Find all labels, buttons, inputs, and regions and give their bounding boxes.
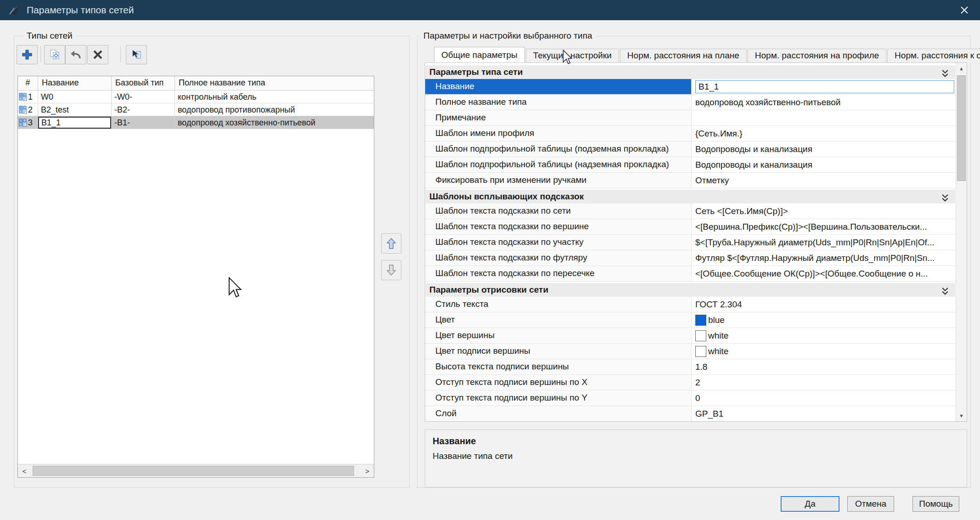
add-type-button[interactable] — [17, 45, 38, 64]
help-button[interactable]: Помощь — [912, 496, 959, 512]
property-value[interactable]: $<[Труба.Наружный диаметр(Uds_mm|P0|Rn|S… — [692, 235, 956, 250]
property-value[interactable]: <[Вершина.Префикс(Ср)]><[Вершина.Пользов… — [692, 219, 956, 234]
horizontal-scrollbar[interactable]: < > — [18, 464, 374, 477]
tab-норм-расстояния-на-профиле[interactable]: Норм. расстояния на профиле — [748, 49, 886, 62]
move-down-button[interactable] — [381, 260, 401, 280]
selected-type-group-title: Параметры и настройки выбранного типа — [420, 30, 596, 41]
property-value[interactable]: Футляр $<[Футляр.Наружный диаметр(Uds_mm… — [692, 250, 956, 266]
table-rows: 1W0-W0-контрольный кабель2B2_test-B2-вод… — [18, 90, 374, 129]
collapse-double-chevron-icon[interactable] — [941, 192, 950, 206]
duplicate-type-button[interactable] — [44, 45, 65, 64]
scroll-left-icon[interactable]: < — [18, 464, 31, 477]
cancel-button[interactable]: Отмена — [847, 496, 894, 512]
property-value[interactable]: Водопроводы и канализация — [692, 141, 956, 157]
property-row[interactable]: Отступ текста подписи вершины по X2 — [425, 375, 956, 390]
property-value[interactable]: 1.8 — [692, 359, 956, 374]
property-row[interactable]: Шаблон подпрофильной таблицы (надземная … — [425, 157, 956, 173]
scroll-up-icon[interactable]: ▲ — [956, 63, 967, 74]
scrollbar-thumb[interactable] — [957, 75, 966, 181]
property-row[interactable]: Примечание — [425, 110, 956, 126]
vertical-scrollbar[interactable]: ▲ ▼ — [956, 63, 967, 421]
column-header-num[interactable]: # — [18, 76, 38, 90]
property-row[interactable]: НазваниеB1_1 — [425, 79, 956, 95]
move-down-arrow-icon — [386, 264, 396, 276]
property-row[interactable]: Фиксировать при изменении ручкамиОтметку — [425, 173, 956, 188]
tab-текущие-настройки[interactable]: Текущие настройки — [526, 49, 619, 62]
delete-type-button[interactable] — [87, 45, 108, 64]
scroll-right-icon[interactable]: > — [361, 464, 374, 477]
import-types-icon — [130, 49, 142, 61]
property-value[interactable]: blue — [692, 312, 956, 328]
tab-норм-расстояния-на-плане[interactable]: Норм. расстояния на плане — [620, 49, 747, 62]
row-name-cell[interactable]: B2_test — [38, 103, 112, 116]
property-value[interactable]: Отметку — [692, 173, 956, 188]
row-full-name-cell: водопровод хозяйственно-питьевой — [175, 116, 374, 129]
property-row[interactable]: Шаблон текста подсказки по вершине<[Верш… — [425, 219, 956, 235]
name-edit-input[interactable]: B1_1 — [38, 117, 111, 129]
toolbar-separator — [120, 46, 121, 62]
window-title: Параметры типов сетей — [27, 0, 134, 20]
property-row[interactable]: Отступ текста подписи вершины по Y0 — [425, 390, 956, 406]
delete-cross-icon — [92, 49, 104, 61]
color-swatch — [695, 346, 706, 357]
property-value[interactable]: white — [692, 328, 956, 343]
row-name-cell[interactable]: W0 — [38, 90, 112, 103]
property-row[interactable]: Шаблон текста подсказки по футляруФутляр… — [425, 250, 956, 266]
property-value[interactable]: 2 — [692, 375, 956, 390]
collapse-double-chevron-icon[interactable] — [941, 286, 950, 300]
property-row[interactable]: Шаблон текста подсказки по сетиСеть <[Се… — [425, 203, 956, 219]
close-button[interactable] — [954, 0, 974, 20]
tab-общие-параметры[interactable]: Общие параметры — [434, 47, 525, 62]
column-header-base[interactable]: Базовый тип — [112, 76, 175, 90]
column-header-name[interactable]: Название — [38, 76, 112, 90]
section-header[interactable]: Шаблоны всплывающих подсказок — [426, 190, 955, 203]
undo-button[interactable] — [65, 45, 86, 64]
scroll-down-icon[interactable]: ▼ — [956, 410, 967, 421]
collapse-double-chevron-icon[interactable] — [941, 68, 950, 82]
property-value[interactable]: ГОСТ 2.304 — [692, 297, 956, 312]
property-value[interactable]: GP_B1 — [692, 406, 956, 421]
property-row[interactable]: Полное название типаводопровод хозяйстве… — [425, 95, 956, 110]
property-value[interactable]: white — [692, 344, 956, 359]
collapse-double-chevron-icon — [941, 287, 950, 295]
property-row[interactable]: Шаблон имени профиля{Сеть.Имя.} — [425, 126, 956, 141]
property-row[interactable]: Шаблон текста подсказки по пересечке<[Об… — [425, 266, 956, 282]
property-value-editor[interactable]: B1_1 — [695, 80, 954, 93]
property-label: Полное название типа — [425, 95, 692, 110]
ok-button[interactable]: Да — [781, 496, 839, 512]
table-row[interactable]: 3B1_1-B1-водопровод хозяйственно-питьево… — [18, 116, 374, 129]
property-value[interactable]: <[Общее.Сообщение ОК(Ср)]><[Общее.Сообще… — [692, 266, 956, 281]
import-types-button[interactable] — [126, 45, 147, 64]
property-row[interactable]: Цвет подписи вершиныwhite — [425, 344, 956, 359]
property-value[interactable]: Сеть <[Сеть.Имя(Ср)]> — [692, 203, 956, 219]
property-row[interactable]: Шаблон текста подсказки по участку$<[Тру… — [425, 235, 956, 250]
property-value[interactable]: Водопроводы и канализация — [692, 157, 956, 172]
row-full-name-cell: контрольный кабель — [175, 90, 374, 103]
row-name-cell[interactable]: B1_1 — [38, 116, 112, 129]
property-row[interactable]: Цветblue — [425, 312, 956, 328]
property-value[interactable]: {Сеть.Имя.} — [692, 126, 956, 141]
settings-tabs: Общие параметрыТекущие настройкиНорм. ра… — [434, 47, 980, 62]
property-value[interactable]: 0 — [692, 390, 956, 406]
move-up-button[interactable] — [381, 233, 401, 254]
property-row[interactable]: Стиль текстаГОСТ 2.304 — [425, 297, 956, 312]
property-value[interactable]: водопровод хозяйственно-питьевой — [692, 95, 956, 110]
tab-норм-расстояния-к-объектам[interactable]: Норм. расстояния к объектам — [887, 49, 980, 62]
table-row[interactable]: 2B2_test-B2-водопровод противопожарный — [18, 103, 374, 116]
property-value[interactable] — [692, 110, 956, 125]
property-row[interactable]: Высота текста подписи вершины1.8 — [425, 359, 956, 375]
section-header[interactable]: Параметры типа сети — [426, 65, 955, 79]
duplicate-type-icon — [49, 49, 61, 61]
color-swatch — [695, 315, 706, 326]
property-row[interactable]: Цвет вершиныwhite — [425, 328, 956, 344]
property-row[interactable]: Шаблон подпрофильной таблицы (подземная … — [425, 141, 956, 157]
row-base-type-cell: -B2- — [112, 103, 175, 116]
property-row[interactable]: СлойGP_B1 — [425, 406, 956, 421]
column-header-full[interactable]: Полное название типа — [175, 76, 374, 90]
titlebar[interactable]: Параметры типов сетей — [0, 0, 980, 20]
property-value[interactable]: B1_1 — [692, 79, 956, 94]
color-swatch — [695, 330, 706, 341]
table-row[interactable]: 1W0-W0-контрольный кабель — [18, 90, 374, 103]
scrollbar-thumb[interactable] — [33, 466, 354, 476]
section-header[interactable]: Параметры отрисовки сети — [426, 283, 955, 297]
